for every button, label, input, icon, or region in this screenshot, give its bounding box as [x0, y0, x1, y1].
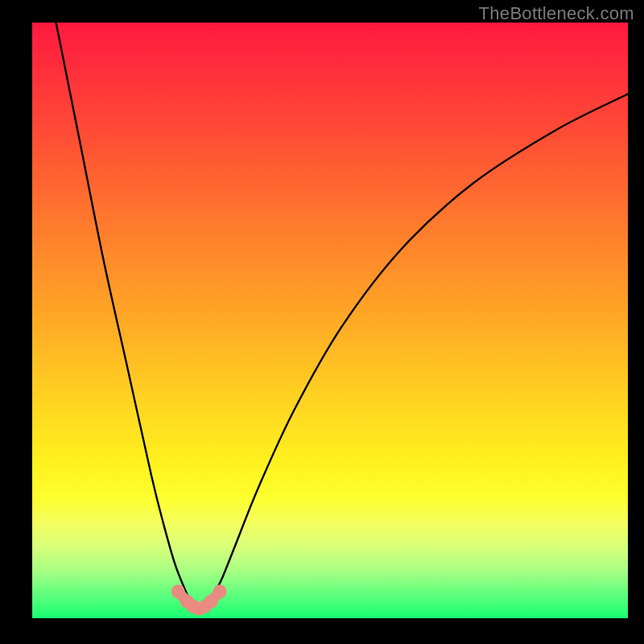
- watermark-text: TheBottleneck.com: [479, 3, 634, 24]
- highlight-dot: [213, 584, 227, 598]
- curve-layer: [32, 23, 628, 618]
- plot-area: [32, 23, 628, 618]
- highlight-dots-group: [171, 584, 227, 615]
- chart-container: TheBottleneck.com: [0, 0, 644, 644]
- bottleneck-curve: [56, 23, 628, 609]
